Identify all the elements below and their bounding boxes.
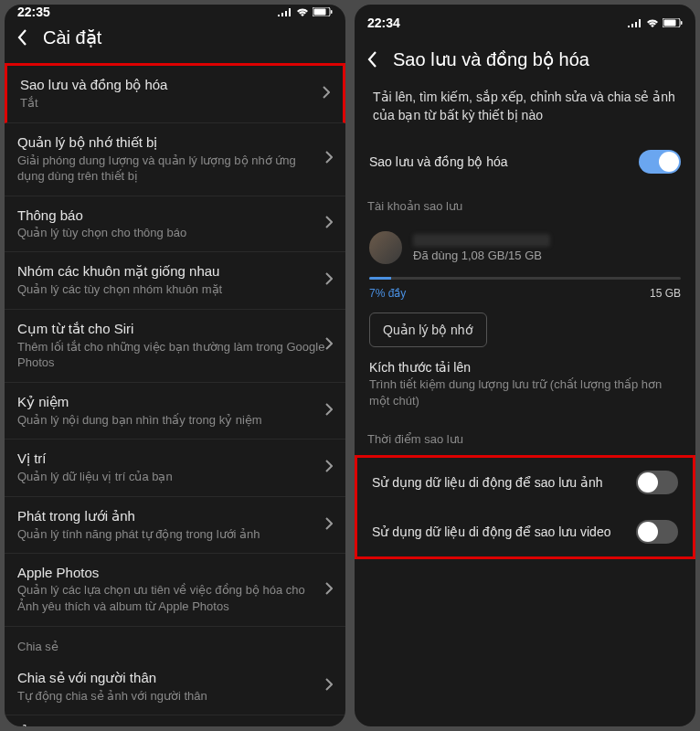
status-bar: 22:35 [5,5,345,19]
section-when: Thời điểm sao lưu [355,419,695,455]
status-icons [628,18,683,27]
settings-row[interactable]: Thông báoQuản lý tùy chọn cho thông báo [5,196,345,253]
settings-row[interactable]: Quản lý bộ nhớ thiết bịGiải phóng dung l… [5,123,345,196]
phone-left: 22:35 Cài đặt Sao lưu và đồng bộ hóaTắtQ… [5,5,345,726]
row-hide-video: Ẩn video khỏi ảnh chuyển động Người khác… [5,715,345,726]
chevron-right-icon [325,460,333,476]
row-sub: Quản lý nội dung bạn nhìn thấy trong kỷ … [17,412,325,429]
toggle-cellular-videos[interactable] [636,520,678,544]
chevron-right-icon [325,678,333,694]
account-row[interactable]: Đã dùng 1,08 GB/15 GB [355,222,695,273]
status-icons [278,7,333,16]
toggle-label: Sao lưu và đồng bộ hóa [369,154,639,169]
row-sub: Tự động chia sẻ ảnh với người thân [17,688,325,705]
row-title: Vị trí [17,450,325,467]
settings-row[interactable]: Phát trong lưới ảnhQuản lý tính năng phá… [5,497,345,555]
row-sub: Quản lý tùy chọn cho thông báo [17,225,325,241]
toggle-cellular-photos[interactable] [636,471,678,494]
toggle-label: Sử dụng dữ liệu di động để sao lưu video [372,524,636,539]
settings-row[interactable]: Cụm từ tắt cho SiriThêm lối tắt cho nhữn… [5,310,345,383]
row-title: Nhóm các khuôn mặt giống nhau [17,263,325,280]
header-title: Sao lưu và đồng bộ hóa [393,48,589,70]
chevron-right-icon [325,216,333,232]
phone-right: 22:34 Sao lưu và đồng bộ hóa Tải lên, tì… [355,5,695,726]
row-sub: Tắt [20,95,323,111]
settings-row[interactable]: Nhóm các khuôn mặt giống nhauQuản lý các… [5,252,345,310]
row-sub: Quản lý tính năng phát tự động trong lướ… [17,526,325,543]
toggle-label: Sử dụng dữ liệu di động để sao lưu ảnh [372,475,636,490]
progress-labels: 7% đầy 15 GB [355,281,695,300]
settings-row[interactable]: Apple PhotosQuản lý các lựa chọn ưu tiên… [5,554,345,626]
status-time: 22:34 [367,16,400,30]
settings-row[interactable]: Vị tríQuản lý dữ liệu vị trí của bạn [5,440,345,497]
settings-row[interactable]: Sao lưu và đồng bộ hóaTắt [5,63,345,123]
row-sub: Quản lý các tùy chọn nhóm khuôn mặt [17,281,325,298]
chevron-right-icon [325,517,333,534]
status-time: 22:35 [17,5,50,19]
row-title: Phát trong lưới ảnh [17,508,325,524]
chevron-right-icon [325,151,333,167]
storage-usage: Đã dùng 1,08 GB/15 GB [413,249,550,262]
row-sub: Quản lý các lựa chọn ưu tiên về việc đồn… [17,582,325,614]
row-title: Apple Photos [17,565,325,580]
chevron-right-icon [325,337,333,354]
chevron-right-icon [325,582,333,599]
settings-row[interactable]: Kỷ niệmQuản lý nội dung bạn nhìn thấy tr… [5,383,345,440]
row-backup-sync: Sao lưu và đồng bộ hóa [355,137,695,186]
progress-percent: 7% đầy [369,287,406,300]
svg-rect-5 [681,21,683,25]
chevron-right-icon [325,272,333,289]
back-button[interactable] [367,51,393,68]
row-sub: Thêm lối tắt cho những việc bạn thường l… [17,339,325,371]
backup-description: Tải lên, tìm kiếm, sắp xếp, chỉnh sửa và… [355,85,695,137]
row-cellular-photos: Sử dụng dữ liệu di động để sao lưu ảnh [357,458,693,507]
row-title: Thông báo [17,207,325,223]
header: Cài đặt [5,19,345,63]
back-button[interactable] [17,29,43,46]
svg-rect-1 [314,9,326,16]
row-sub: Quản lý dữ liệu vị trí của bạn [17,469,325,485]
row-title: Cụm từ tắt cho Siri [17,321,325,337]
account-name-blurred [413,234,550,247]
header: Sao lưu và đồng bộ hóa [355,41,695,85]
row-share-with-family[interactable]: Chia sẻ với người thân Tự động chia sẻ ả… [5,659,345,716]
section-account: Tài khoản sao lưu [355,186,695,222]
chevron-right-icon [325,403,333,419]
upload-size-sub: Trình tiết kiệm dung lượng lưu trữ (chất… [355,375,695,418]
storage-progress [355,273,695,281]
cellular-highlight: Sử dụng dữ liệu di động để sao lưu ảnh S… [355,455,695,559]
section-share: Chia sẻ [5,627,345,659]
header-title: Cài đặt [43,26,101,48]
manage-storage-button[interactable]: Quản lý bộ nhớ [369,313,487,347]
status-bar: 22:34 [355,5,695,41]
svg-rect-2 [331,10,333,14]
upload-size-title[interactable]: Kích thước tải lên [355,351,695,375]
row-title: Kỷ niệm [17,394,325,410]
svg-rect-4 [664,20,676,26]
row-sub: Giải phóng dung lượng và quản lý lượng b… [17,153,325,185]
row-cellular-videos: Sử dụng dữ liệu di động để sao lưu video [357,507,693,556]
chevron-right-icon [323,86,330,102]
toggle-backup-sync[interactable] [639,150,681,174]
progress-total: 15 GB [650,287,681,300]
row-title: Chia sẻ với người thân [17,670,325,686]
row-title: Sao lưu và đồng bộ hóa [20,77,323,93]
row-title: Quản lý bộ nhớ thiết bị [17,134,325,151]
avatar [369,231,402,264]
